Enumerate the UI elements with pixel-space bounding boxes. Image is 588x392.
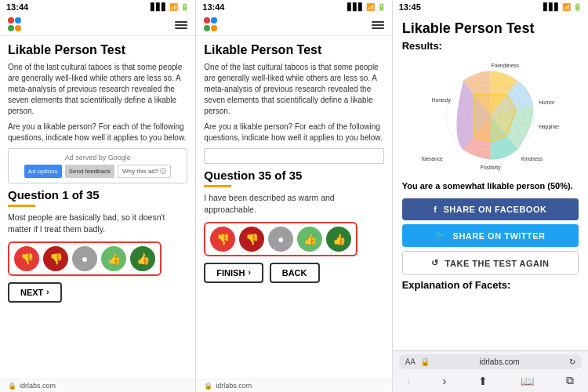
logo-dot [211, 17, 217, 24]
status-bar-2: 13:44 ▋▋▋ 📶 🔋 [196, 0, 391, 14]
bottom-bar-1: 🔒 idrlabs.com [0, 379, 195, 392]
time-2: 13:44 [202, 2, 224, 12]
nav-bar-2 [196, 14, 391, 36]
ad-why-button[interactable]: Why this ad? ⓘ [118, 165, 171, 178]
panel3-content: Likable Person Test Results: [393, 14, 588, 350]
footer-url-2: idrlabs.com [216, 382, 252, 390]
ad-label: Ad served by Google [15, 154, 180, 162]
panel1-content: Likable Person Test One of the last cult… [0, 36, 195, 379]
logo-dot [211, 25, 217, 31]
panel1-desc2: Are you a likable person? For each of th… [8, 122, 187, 143]
panel2-content: Likable Person Test One of the last cult… [196, 36, 391, 379]
browser-bookmark-btn[interactable]: 📖 [516, 372, 539, 389]
rating-btn-2[interactable]: 👎 [43, 246, 68, 271]
panel-question1: 13:44 ▋▋▋ 📶 🔋 Likable Person Test [0, 0, 196, 392]
ad-box: Ad served by Google Ad options Send feed… [8, 148, 187, 183]
radar-chart-container: Friendliness Humor Happiness Kindness Po… [402, 56, 579, 174]
result-text: You are a somewhat likable person (50%). [402, 180, 579, 192]
panel-question35: 13:44 ▋▋▋ 📶 🔋 Likable Person Test O [196, 0, 392, 392]
rating-container-2: 👎 👎 ● 👍 👍 [204, 222, 358, 256]
svg-text:Happiness: Happiness [539, 124, 559, 130]
status-bar-1: 13:44 ▋▋▋ 📶 🔋 [0, 0, 195, 14]
svg-text:Humor: Humor [539, 100, 554, 105]
footer-icon-1: 🔒 [8, 382, 16, 390]
rating-btn-3[interactable]: ● [72, 246, 97, 271]
input-placeholder [204, 148, 383, 164]
ad-feedback-button[interactable]: Send feedback [65, 165, 114, 178]
panel2-desc1: One of the last cultural taboos is that … [204, 62, 383, 117]
question35-header: Question 35 of 35 [204, 169, 383, 182]
nav-buttons-1: NEXT › [8, 282, 187, 303]
refresh-icon[interactable]: ↻ [569, 358, 575, 366]
footer-icon-2: 🔒 [204, 382, 212, 390]
logo-dot [15, 17, 21, 24]
status-icons-2: ▋▋▋ 📶 🔋 [347, 3, 386, 11]
rating-btn-q35-2[interactable]: 👎 [239, 227, 264, 252]
nav-bar-1 [0, 14, 195, 36]
browser-bar: AA 🔒 idrlabs.com ↻ ‹ › ⬆ 📖 ⧉ [393, 350, 588, 392]
time-3: 13:45 [399, 2, 421, 12]
rating-btn-q35-5[interactable]: 👍 [326, 227, 351, 252]
retake-icon: ↺ [431, 258, 439, 268]
browser-back-btn[interactable]: ‹ [402, 372, 416, 389]
question35-divider [204, 185, 231, 187]
rating-container-1: 👎 👎 ● 👍 👍 [8, 241, 162, 276]
rating-btn-4[interactable]: 👍 [101, 246, 126, 271]
panel2-desc2: Are you a likable person? For each of th… [204, 122, 383, 143]
svg-text:Positivity: Positivity [480, 165, 501, 171]
panel1-desc1: One of the last cultural taboos is that … [8, 62, 187, 117]
footer-url-1: idrlabs.com [20, 382, 56, 390]
status-icons-1: ▋▋▋ 📶 🔋 [151, 3, 189, 11]
question1-text: Most people are basically bad, so it doe… [8, 212, 187, 234]
hamburger-icon-2[interactable] [372, 21, 384, 29]
rating-btn-1[interactable]: 👎 [14, 246, 39, 271]
finish-button[interactable]: FINISH › [204, 263, 263, 283]
logo-dot [204, 17, 210, 24]
explanation-header: Explanation of Facets: [402, 279, 579, 291]
svg-text:Tolerance: Tolerance [422, 156, 443, 162]
back-button[interactable]: BACK [270, 263, 320, 283]
svg-text:Honesty: Honesty [432, 97, 452, 103]
twitter-share-button[interactable]: 🐦 SHARE ON TWITTER [402, 224, 579, 247]
panel1-title: Likable Person Test [8, 42, 187, 57]
svg-text:Friendliness: Friendliness [491, 63, 519, 68]
retake-button[interactable]: ↺ TAKE THE TEST AGAIN [402, 251, 579, 275]
facebook-label: SHARE ON FACEBOOK [443, 205, 546, 214]
ad-options-button[interactable]: Ad options [24, 165, 62, 178]
browser-share-btn[interactable]: ⬆ [474, 372, 492, 389]
next-chevron: › [46, 288, 49, 296]
browser-tabs-btn[interactable]: ⧉ [561, 372, 579, 389]
rating-btn-5[interactable]: 👍 [130, 246, 155, 271]
rating-btn-q35-3[interactable]: ● [268, 227, 293, 252]
bottom-bar-2: 🔒 idrlabs.com [196, 379, 391, 392]
logo-dot [8, 25, 14, 31]
logo-dot [204, 25, 210, 31]
browser-forward-btn[interactable]: › [438, 372, 452, 389]
lock-icon: 🔒 [420, 358, 430, 366]
results-title: Likable Person Test [402, 20, 579, 37]
twitter-icon: 🐦 [435, 230, 447, 241]
time-1: 13:44 [6, 2, 28, 12]
aa-label: AA [405, 358, 416, 366]
rating-btn-q35-1[interactable]: 👎 [210, 227, 235, 252]
logo-dot [15, 25, 21, 31]
app-logo-1 [8, 17, 24, 33]
facebook-share-button[interactable]: f SHARE ON FACEBOOK [402, 198, 579, 220]
twitter-label: SHARE ON TWITTER [453, 231, 546, 241]
results-label: Results: [402, 40, 579, 52]
next-label: NEXT [20, 288, 43, 297]
facebook-icon: f [434, 205, 437, 214]
url-bar: AA 🔒 idrlabs.com ↻ [399, 354, 582, 369]
finish-label: FINISH [216, 268, 245, 278]
radar-chart: Friendliness Humor Happiness Kindness Po… [422, 56, 559, 174]
hamburger-icon-1[interactable] [175, 21, 187, 29]
browser-nav: ‹ › ⬆ 📖 ⧉ [399, 372, 582, 389]
nav-buttons-2: FINISH › BACK [204, 263, 383, 283]
logo-dot [8, 17, 14, 24]
question1-header: Question 1 of 35 [8, 188, 187, 201]
status-bar-3: 13:45 ▋▋▋ 📶 🔋 [393, 0, 588, 14]
next-button[interactable]: NEXT › [8, 282, 62, 303]
rating-btn-q35-4[interactable]: 👍 [297, 227, 322, 252]
retake-label: TAKE THE TEST AGAIN [445, 259, 550, 268]
question35-text: I have been described as warm and approa… [204, 192, 383, 215]
